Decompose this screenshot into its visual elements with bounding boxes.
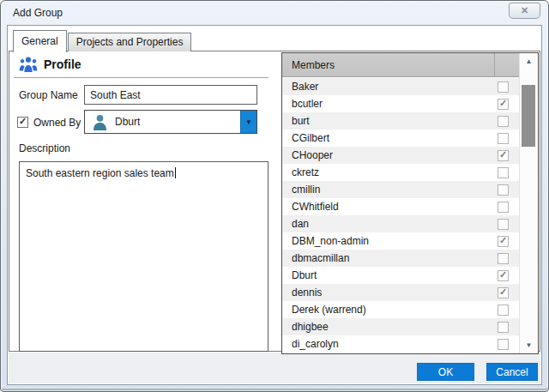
member-checkbox[interactable] xyxy=(498,270,509,281)
member-checkbox[interactable] xyxy=(498,219,509,230)
general-tab-panel: Profile Group Name Owned By Dburt ▼ xyxy=(9,51,540,352)
member-checkbox[interactable] xyxy=(498,202,509,213)
member-row[interactable]: Baker xyxy=(282,78,519,95)
group-people-icon xyxy=(19,56,38,73)
cancel-button[interactable]: Cancel xyxy=(486,363,538,381)
description-textarea[interactable]: South eastern region sales team xyxy=(19,161,268,352)
owner-dropdown[interactable]: Dburt ▼ xyxy=(84,110,257,134)
member-row[interactable]: DBM_non-admin xyxy=(282,232,519,250)
vertical-scrollbar[interactable]: ▲ ▼ xyxy=(519,53,538,353)
dialog-title: Add Group xyxy=(13,7,63,19)
group-name-label: Group Name xyxy=(19,89,78,101)
member-checkbox[interactable] xyxy=(498,133,509,144)
member-name: ckretz xyxy=(292,166,319,178)
profile-section-header: Profile xyxy=(19,56,81,73)
member-row[interactable]: ckretz xyxy=(282,164,519,181)
scroll-down-button[interactable]: ▼ xyxy=(520,338,538,353)
member-row[interactable]: bcutler xyxy=(282,95,519,112)
description-text: South eastern region sales team xyxy=(26,167,174,179)
member-checkbox[interactable] xyxy=(498,339,509,350)
member-row[interactable]: dennis xyxy=(282,284,519,301)
owned-by-checkbox[interactable] xyxy=(17,117,28,128)
member-row[interactable]: Derek (warrend) xyxy=(282,301,519,318)
member-name: dhigbee xyxy=(292,321,329,333)
tab-general-label: General xyxy=(21,35,58,47)
scroll-down-icon: ▼ xyxy=(526,341,533,349)
dialog-footer: OK Cancel xyxy=(9,353,540,383)
member-name: DBM_non-admin xyxy=(292,235,369,247)
text-caret xyxy=(175,167,176,178)
member-name: dbmacmillan xyxy=(292,252,349,264)
member-checkbox[interactable] xyxy=(498,305,509,316)
person-icon xyxy=(93,114,107,130)
ok-button-label: OK xyxy=(438,366,453,378)
chevron-down-icon: ▼ xyxy=(245,118,252,126)
member-row[interactable]: dbmacmillan xyxy=(282,250,519,267)
description-label: Description xyxy=(19,142,70,154)
member-name: cmillin xyxy=(292,184,320,196)
member-checkbox[interactable] xyxy=(498,116,509,127)
member-checkbox[interactable] xyxy=(498,287,509,299)
member-row[interactable]: di_carolyn xyxy=(282,335,519,353)
section-divider xyxy=(14,77,268,78)
member-checkbox[interactable] xyxy=(498,99,509,110)
column-separator xyxy=(494,53,495,76)
member-name: dan xyxy=(292,218,309,230)
member-row[interactable]: cmillin xyxy=(282,181,519,198)
tab-projects-label: Projects and Properties xyxy=(76,36,184,48)
owned-by-label: Owned By xyxy=(33,117,81,129)
member-row[interactable]: CWhitfield xyxy=(282,198,519,215)
ok-button[interactable]: OK xyxy=(417,363,474,381)
member-checkbox[interactable] xyxy=(498,184,509,196)
member-name: dennis xyxy=(292,286,322,299)
scroll-up-button[interactable]: ▲ xyxy=(520,54,538,69)
tab-projects-and-properties[interactable]: Projects and Properties xyxy=(68,33,192,51)
member-name: CGilbert xyxy=(292,132,329,144)
member-name: Derek (warrend) xyxy=(292,304,366,316)
title-bar[interactable]: Add Group ✕ xyxy=(1,1,548,25)
member-name: di_carolyn xyxy=(292,338,339,350)
owner-selected-value: Dburt xyxy=(115,116,140,128)
members-list: Members Baker bcutler burt CGilbert CHoo… xyxy=(281,52,539,354)
member-name: CHooper xyxy=(292,149,333,161)
member-name: Baker xyxy=(292,81,318,93)
member-row[interactable]: dhigbee xyxy=(282,318,519,335)
tab-general[interactable]: General xyxy=(13,30,67,52)
member-row[interactable]: Dburt xyxy=(282,267,519,284)
member-row[interactable]: burt xyxy=(282,112,519,130)
scroll-up-icon: ▲ xyxy=(526,57,533,65)
dialog-client-area: General Projects and Properties xyxy=(7,25,542,385)
profile-heading: Profile xyxy=(44,57,81,71)
cancel-button-label: Cancel xyxy=(496,366,528,378)
members-header: Members xyxy=(282,53,519,77)
tab-strip: General Projects and Properties xyxy=(13,29,191,51)
member-row[interactable]: dan xyxy=(282,215,519,232)
member-name: Dburt xyxy=(292,269,317,281)
member-row[interactable]: CGilbert xyxy=(282,130,519,147)
members-rows: Baker bcutler burt CGilbert CHooper ckre… xyxy=(282,78,519,353)
member-name: burt xyxy=(292,115,310,127)
dropdown-button[interactable]: ▼ xyxy=(240,111,256,133)
member-checkbox[interactable] xyxy=(498,150,509,161)
member-row[interactable]: CHooper xyxy=(282,147,519,164)
add-group-dialog: Add Group ✕ General Projects and Propert… xyxy=(0,0,549,392)
member-name: CWhitfield xyxy=(292,201,339,213)
group-name-input[interactable] xyxy=(84,85,257,105)
member-checkbox[interactable] xyxy=(498,322,509,333)
members-column-header: Members xyxy=(292,59,335,71)
scrollbar-thumb[interactable] xyxy=(522,85,535,147)
member-checkbox[interactable] xyxy=(498,167,509,178)
member-checkbox[interactable] xyxy=(498,81,509,93)
member-checkbox[interactable] xyxy=(498,236,509,247)
member-name: bcutler xyxy=(292,98,323,110)
close-button[interactable]: ✕ xyxy=(509,3,540,19)
close-icon: ✕ xyxy=(521,6,528,15)
member-checkbox[interactable] xyxy=(498,253,509,264)
